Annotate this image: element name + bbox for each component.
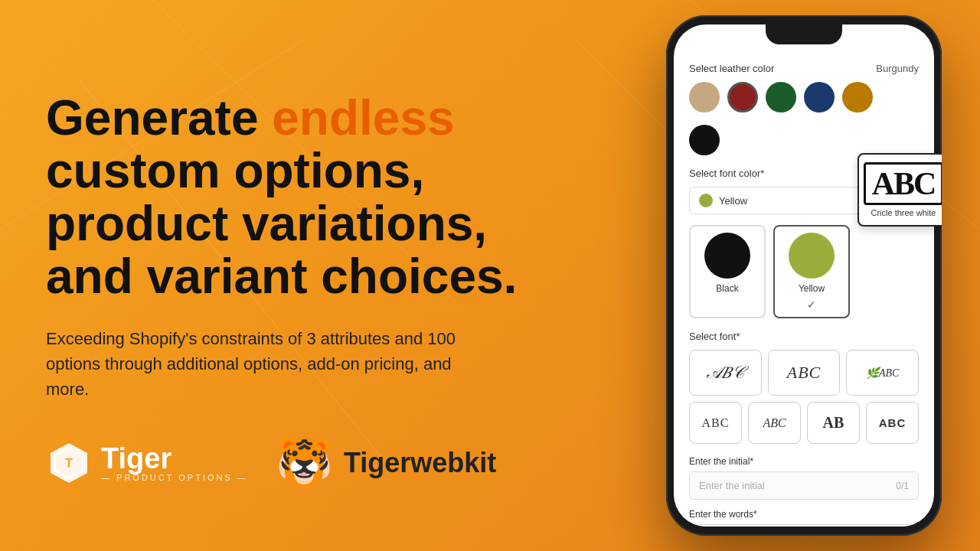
yellow-label: Yellow — [799, 283, 825, 294]
leather-color-label: Select leather color — [689, 63, 774, 74]
swatch-burgundy[interactable] — [727, 82, 758, 112]
font-color-label: Select font color* — [689, 168, 764, 179]
font-color-cards: Black Yellow ✓ — [689, 225, 919, 318]
phone-content: Select leather color Burgundy Select fon… — [674, 24, 934, 527]
tiger-logo: T Tiger — PRODUCT OPTIONS — — [46, 440, 248, 486]
font-card-wreath[interactable]: 🌿ABC — [846, 350, 919, 396]
initial-section: Enter the initial* Enter the initial 0/1 — [689, 456, 919, 500]
swatch-taupe[interactable] — [689, 82, 720, 112]
logos-section: T Tiger — PRODUCT OPTIONS — 🐯 Tigerwebki… — [46, 440, 521, 486]
font-card-block[interactable]: ABC — [866, 402, 919, 444]
font-tooltip: ABC Cricle three white — [858, 153, 942, 227]
words-label: Enter the words* — [689, 509, 919, 520]
font-card-cursive[interactable]: ABC — [748, 402, 801, 444]
dropdown-selected-label: Yellow — [719, 195, 747, 207]
phone-wrapper: Select leather color Burgundy Select fon… — [651, 15, 957, 543]
swatch-black[interactable] — [689, 125, 720, 155]
main-headline: Generate endless custom options, product… — [46, 92, 521, 303]
color-card-black[interactable]: Black — [689, 225, 766, 318]
tooltip-preview: ABC — [864, 162, 942, 205]
left-content: Generate endless custom options, product… — [46, 92, 521, 486]
yellow-dot — [699, 194, 713, 207]
tiger-text: Tiger — PRODUCT OPTIONS — — [101, 444, 248, 482]
leather-swatches — [689, 82, 919, 112]
font-label: Select font* — [689, 331, 919, 342]
tiger-brand-name: Tiger — [101, 444, 248, 473]
headline-highlight: endless — [272, 90, 454, 145]
black-label: Black — [716, 283, 738, 294]
font-card-serif[interactable]: ABC — [768, 350, 841, 396]
leather-color-header: Select leather color Burgundy — [689, 63, 919, 74]
svg-text:T: T — [65, 457, 73, 470]
swatch-navy[interactable] — [804, 82, 835, 112]
initial-placeholder: Enter the initial — [699, 480, 765, 491]
black-circle — [704, 233, 750, 279]
tiger-brand-sub: — PRODUCT OPTIONS — — [101, 473, 248, 482]
yellow-circle — [789, 233, 835, 279]
headline-prefix: Generate — [46, 90, 272, 145]
font-grid-bottom: ABC ABC AB ABC — [689, 402, 919, 444]
dropdown-left: Yellow — [699, 194, 747, 207]
font-grid-top: 𝒜𝐵𝒞 ABC 🌿ABC — [689, 350, 919, 396]
tooltip-label: Cricle three white — [871, 208, 936, 217]
leather-swatches-row2 — [689, 125, 919, 155]
tigerwebkit-logo: 🐯 Tigerwebkit — [276, 440, 496, 486]
font-card-sans[interactable]: ABC — [689, 402, 742, 444]
tiger-emoji: 🐯 — [276, 440, 333, 486]
phone-frame: Select leather color Burgundy Select fon… — [666, 15, 942, 536]
color-card-empty — [858, 225, 919, 318]
tigerwebkit-name: Tigerwebkit — [344, 447, 496, 479]
swatch-gold[interactable] — [842, 82, 873, 112]
color-card-yellow[interactable]: Yellow ✓ — [773, 225, 850, 318]
swatch-darkgreen[interactable] — [766, 82, 796, 112]
words-section: Enter the words* Enter the words 0/3 — [689, 509, 919, 527]
leather-color-selected: Burgundy — [876, 63, 919, 74]
font-card-script[interactable]: 𝒜𝐵𝒞 — [689, 350, 762, 396]
initial-input-field[interactable]: Enter the initial 0/1 — [689, 471, 919, 500]
phone-notch — [766, 24, 842, 44]
phone-screen: Select leather color Burgundy Select fon… — [674, 24, 934, 527]
initial-counter: 0/1 — [896, 481, 909, 491]
tiger-hex-icon: T — [46, 440, 92, 486]
subtext: Exceeding Shopify's constraints of 3 att… — [46, 326, 459, 402]
yellow-check-icon: ✓ — [807, 298, 816, 311]
words-input-field[interactable]: Enter the words 0/3 — [689, 524, 919, 527]
initial-label: Enter the initial* — [689, 456, 919, 467]
font-card-bold-ab[interactable]: AB — [807, 402, 860, 444]
